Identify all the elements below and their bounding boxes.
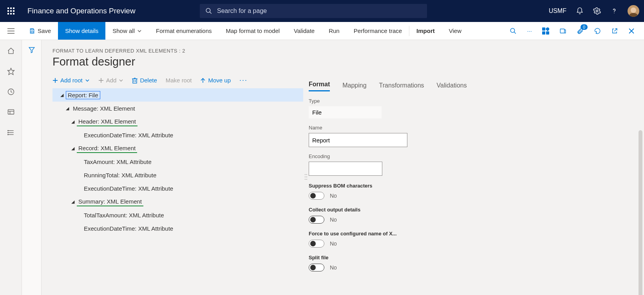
toggle-value: No (330, 193, 337, 199)
collect-output-label: Collect output details (309, 207, 589, 213)
svg-rect-0 (7, 7, 9, 9)
save-label: Save (38, 27, 51, 34)
tab-mapping[interactable]: Mapping (342, 82, 366, 91)
show-all-label: Show all (112, 27, 135, 34)
related-app-icon[interactable] (542, 27, 549, 35)
svg-rect-22 (542, 31, 545, 35)
office-icon[interactable] (559, 27, 566, 35)
svg-point-53 (305, 179, 306, 180)
add-root-button[interactable]: Add root (52, 77, 90, 84)
more-icon[interactable]: ··· (527, 27, 532, 34)
search-input[interactable] (217, 7, 421, 15)
add-button: Add (98, 77, 124, 84)
page-title: Format designer (52, 55, 636, 68)
svg-point-51 (305, 177, 306, 177)
command-bar: Save Show details Show all Format enumer… (0, 22, 644, 40)
breadcrumb: FORMAT TO LEARN DEFERRED XML ELEMENTS : … (52, 48, 636, 54)
search-box[interactable] (200, 4, 427, 18)
tree-more-icon[interactable]: ··· (239, 76, 248, 84)
svg-point-35 (7, 130, 8, 131)
validate-button[interactable]: Validate (287, 22, 322, 40)
view-button[interactable]: View (442, 22, 469, 40)
hamburger-icon[interactable] (0, 22, 22, 40)
svg-rect-8 (13, 13, 14, 15)
svg-point-54 (306, 179, 307, 180)
filter-icon[interactable] (28, 46, 35, 295)
format-tree: ◢ Report: File ◢ Message: XML Element (52, 88, 303, 235)
svg-rect-24 (560, 29, 564, 33)
search-icon (205, 7, 212, 15)
tree-node-message[interactable]: ◢ Message: XML Element (52, 102, 303, 115)
popout-icon[interactable] (611, 27, 618, 35)
attachments-button[interactable]: 0 (577, 27, 584, 35)
search-icon[interactable] (510, 27, 517, 35)
import-button[interactable]: Import (409, 22, 442, 40)
move-up-button[interactable]: Move up (200, 77, 231, 84)
svg-point-11 (596, 10, 598, 12)
tree-node-leaf[interactable]: ◢ExecutionDateTime: XML Attribute (52, 222, 303, 235)
tree-node-header[interactable]: ◢ Header: XML Element (52, 115, 303, 128)
svg-point-52 (306, 177, 307, 177)
scrollbar[interactable] (639, 130, 642, 295)
suppress-bom-toggle[interactable] (309, 192, 324, 200)
tab-validations[interactable]: Validations (437, 82, 467, 91)
format-enumerations-button[interactable]: Format enumerations (149, 22, 219, 40)
company-label[interactable]: USMF (549, 7, 566, 15)
workspaces-icon[interactable] (6, 107, 16, 117)
waffle-icon[interactable] (5, 7, 17, 15)
svg-point-50 (306, 174, 307, 175)
svg-marker-27 (7, 68, 14, 75)
svg-rect-2 (13, 7, 14, 9)
gear-icon[interactable] (593, 7, 601, 15)
tree-node-leaf[interactable]: ◢ExecutionDateTime: XML Attribute (52, 128, 303, 142)
show-details-label: Show details (65, 27, 98, 34)
close-icon[interactable] (628, 28, 635, 34)
modules-icon[interactable] (6, 128, 16, 137)
svg-line-19 (514, 32, 516, 34)
attachments-count: 0 (581, 24, 588, 30)
svg-point-49 (305, 174, 306, 175)
tree-node-leaf[interactable]: ◢TotalTaxAmount: XML Attribute (52, 208, 303, 222)
map-format-button[interactable]: Map format to model (219, 22, 287, 40)
svg-rect-43 (133, 79, 137, 83)
svg-point-36 (7, 132, 8, 133)
recent-icon[interactable] (6, 87, 16, 97)
chevron-down-icon (137, 29, 142, 33)
help-icon[interactable] (610, 7, 618, 15)
show-details-button[interactable]: Show details (58, 22, 105, 40)
tree-node-leaf[interactable]: ◢ExecutionDateTime: XML Attribute (52, 182, 303, 195)
collect-output-toggle[interactable] (309, 216, 324, 224)
tree-node-leaf[interactable]: ◢TaxAmount: XML Attribute (52, 155, 303, 168)
show-all-button[interactable]: Show all (105, 22, 149, 40)
home-icon[interactable] (6, 46, 16, 56)
name-input[interactable] (309, 133, 407, 147)
tree-node-record[interactable]: ◢ Record: XML Element (52, 142, 303, 155)
tree-node-summary[interactable]: ◢ Summary: XML Element (52, 195, 303, 208)
svg-rect-16 (31, 29, 33, 30)
force-name-toggle[interactable] (309, 240, 324, 248)
tree-node-leaf[interactable]: ◢RunningTotal: XML Attribute (52, 168, 303, 182)
tab-transformations[interactable]: Transformations (379, 82, 424, 91)
toggle-value: No (330, 217, 337, 223)
encoding-input[interactable] (309, 162, 382, 176)
star-icon[interactable] (6, 67, 16, 76)
save-button[interactable]: Save (22, 22, 58, 40)
toggle-value: No (330, 240, 337, 247)
run-button[interactable]: Run (322, 22, 347, 40)
tree-node-report[interactable]: ◢ Report: File (52, 88, 303, 102)
splitter-handle[interactable] (303, 76, 309, 278)
avatar[interactable] (628, 5, 639, 17)
svg-rect-23 (546, 31, 549, 35)
tab-format[interactable]: Format (309, 81, 330, 91)
performance-trace-button[interactable]: Performance trace (347, 22, 409, 40)
make-root-button: Make root (166, 77, 192, 84)
delete-button[interactable]: Delete (132, 77, 157, 84)
split-file-label: Split file (309, 255, 589, 260)
filter-pane (22, 40, 42, 295)
name-label: Name (309, 125, 589, 131)
svg-point-12 (614, 13, 615, 13)
refresh-icon[interactable] (594, 27, 601, 35)
svg-rect-7 (10, 13, 12, 15)
bell-icon[interactable] (576, 7, 584, 15)
split-file-toggle[interactable] (309, 264, 324, 271)
